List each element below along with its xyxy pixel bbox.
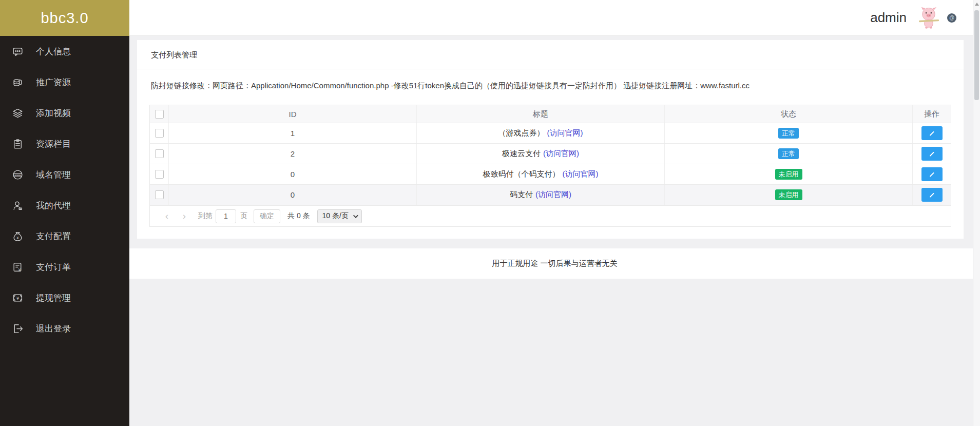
edit-button[interactable] <box>921 147 943 161</box>
goto-page-label: 到第 <box>198 211 213 221</box>
edit-button[interactable] <box>921 188 943 202</box>
sidebar-item-label: 支付订单 <box>36 261 71 273</box>
column-header-status: 状态 <box>665 105 913 123</box>
payment-title: 极致码付（个码支付） <box>483 169 560 179</box>
username-label: admin <box>870 10 907 26</box>
svg-text:¥: ¥ <box>16 235 19 240</box>
clipboard-icon <box>11 138 24 150</box>
payment-title: （游戏点券） <box>498 128 545 138</box>
row-checkbox[interactable] <box>155 129 164 138</box>
cell-title: 极速云支付(访问官网) <box>417 144 665 164</box>
table-row: 2 极速云支付(访问官网) 正常 <box>150 144 951 164</box>
status-badge: 未启用 <box>775 169 802 180</box>
sidebar-item-label: 退出登录 <box>36 323 71 335</box>
total-count-label: 共 0 条 <box>287 211 310 221</box>
sidebar-item-label: 域名管理 <box>36 169 71 181</box>
payment-title: 码支付 <box>510 190 533 200</box>
sidebar-item-label: 个人信息 <box>36 46 71 57</box>
sidebar-item-domain[interactable]: www 域名管理 <box>0 159 129 190</box>
coins-icon <box>11 76 24 88</box>
payment-table: ID 标题 状态 操作 1 （游戏点券）(访问官网) 正常 2 极速云支付(访问… <box>149 105 951 227</box>
cell-id: 2 <box>169 144 417 164</box>
pagination-bar: ‹ › 到第 页 确定 共 0 条 10 条/页 <box>150 205 951 226</box>
status-badge: 正常 <box>778 128 799 139</box>
table-row: 0 极致码付（个码支付）(访问官网) 未启用 <box>150 164 951 185</box>
banknote-icon: ¥ <box>11 292 24 304</box>
money-bag-icon: ¥ <box>11 230 24 242</box>
chat-icon <box>11 45 24 57</box>
status-badge: 未启用 <box>775 189 802 201</box>
sidebar-item-profile[interactable]: 个人信息 <box>0 36 129 67</box>
receipt-icon: ¥ <box>11 261 24 273</box>
sidebar-item-payment-config[interactable]: ¥ 支付配置 <box>0 221 129 251</box>
globe-www-icon: www <box>11 168 24 181</box>
sidebar-item-label: 资源栏目 <box>36 138 71 150</box>
sidebar-item-logout[interactable]: 退出登录 <box>0 313 129 344</box>
confirm-page-button[interactable]: 确定 <box>254 209 280 223</box>
edit-button[interactable] <box>921 167 943 181</box>
status-badge: 正常 <box>778 148 799 160</box>
sidebar-item-label: 推广资源 <box>36 76 71 88</box>
official-site-link[interactable]: (访问官网) <box>535 190 571 200</box>
sidebar-item-resource-category[interactable]: 资源栏目 <box>0 128 129 159</box>
sidebar-item-label: 提现管理 <box>36 292 71 304</box>
payment-title: 极速云支付 <box>502 149 541 159</box>
chevron-down-icon <box>353 213 358 218</box>
pig-avatar[interactable] <box>917 6 941 30</box>
column-header-action: 操作 <box>913 105 951 123</box>
vertical-scrollbar[interactable] <box>973 0 980 426</box>
sidebar-item-my-agents[interactable]: 我的代理 <box>0 190 129 221</box>
logout-icon <box>11 322 24 335</box>
cell-title: 极致码付（个码支付）(访问官网) <box>417 164 665 184</box>
cell-id: 0 <box>169 185 417 205</box>
sidebar-item-label: 支付配置 <box>36 230 71 242</box>
sidebar-item-add-video[interactable]: 添加视频 <box>0 98 129 128</box>
comment-icon[interactable]: @ <box>947 13 956 23</box>
svg-text:¥: ¥ <box>15 295 19 301</box>
svg-text:www: www <box>14 173 21 176</box>
row-checkbox[interactable] <box>155 149 164 158</box>
column-header-id: ID <box>169 105 417 123</box>
svg-text:¥: ¥ <box>17 267 21 273</box>
select-all-checkbox[interactable] <box>155 110 164 119</box>
sidebar: bbc3.0 个人信息 推广资源 添加视频 资源栏目 www 域名管理 <box>0 0 129 426</box>
official-site-link[interactable]: (访问官网) <box>543 149 579 159</box>
scrollbar-thumb[interactable] <box>974 10 979 100</box>
official-site-link[interactable]: (访问官网) <box>563 169 599 179</box>
payment-list-panel: 支付列表管理 防封短链接修改：网页路径：Application/Home/Com… <box>137 40 964 239</box>
sidebar-item-withdrawal[interactable]: ¥ 提现管理 <box>0 282 129 313</box>
page-size-value: 10 条/页 <box>322 211 349 221</box>
next-page-button[interactable]: › <box>176 210 193 222</box>
cell-id: 1 <box>169 123 417 143</box>
page-size-select[interactable]: 10 条/页 <box>317 209 362 223</box>
sidebar-item-payment-orders[interactable]: ¥ 支付订单 <box>0 251 129 282</box>
row-checkbox[interactable] <box>155 190 164 199</box>
notice-text: 防封短链接修改：网页路径：Application/Home/Common/fun… <box>137 69 964 105</box>
cell-title: 码支付(访问官网) <box>417 185 665 205</box>
row-checkbox[interactable] <box>155 170 164 179</box>
footer-disclaimer: 用于正规用途 一切后果与运营者无关 <box>129 248 980 279</box>
table-row: 0 码支付(访问官网) 未启用 <box>150 185 951 205</box>
cell-title: （游戏点券）(访问官网) <box>417 123 665 143</box>
sidebar-item-label: 添加视频 <box>36 107 71 119</box>
table-header-row: ID 标题 状态 操作 <box>150 105 951 123</box>
scroll-up-arrow-icon[interactable] <box>975 3 979 6</box>
app-logo: bbc3.0 <box>0 0 129 36</box>
edit-button[interactable] <box>921 126 943 140</box>
page-title: 支付列表管理 <box>137 40 964 69</box>
page-number-input[interactable] <box>216 209 236 223</box>
main-area: admin @ 支付列表管理 防封短链接修改：网页路径：Application/… <box>129 0 980 426</box>
official-site-link[interactable]: (访问官网) <box>547 128 583 138</box>
user-icon <box>11 199 24 211</box>
column-header-title: 标题 <box>417 105 665 123</box>
prev-page-button[interactable]: ‹ <box>158 210 176 222</box>
table-row: 1 （游戏点券）(访问官网) 正常 <box>150 123 951 144</box>
cell-id: 0 <box>169 164 417 184</box>
page-unit-label: 页 <box>240 211 247 221</box>
sidebar-item-promotion[interactable]: 推广资源 <box>0 67 129 98</box>
layers-icon <box>11 107 24 119</box>
topbar: admin @ <box>129 0 980 36</box>
sidebar-item-label: 我的代理 <box>36 200 71 211</box>
